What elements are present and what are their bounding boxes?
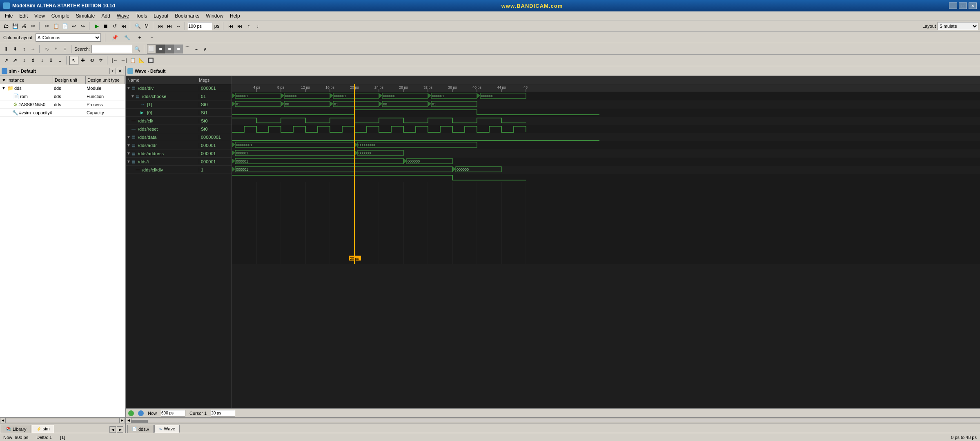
toolbar-btn-sim1[interactable]: 🔍 bbox=[133, 22, 142, 31]
wsig-btn-1[interactable]: ∿ bbox=[42, 45, 51, 53]
menu-help[interactable]: Help bbox=[227, 12, 243, 20]
cur-btn-4[interactable]: ⇕ bbox=[29, 56, 38, 65]
menu-tools[interactable]: Tools bbox=[132, 12, 150, 20]
signal-row-0[interactable]: ▶ [0] St1 bbox=[126, 109, 232, 117]
toolbar-btn-restart[interactable]: ↺ bbox=[110, 22, 119, 31]
toolbar-btn-run[interactable]: ▶ bbox=[92, 22, 101, 31]
minimize-button[interactable]: ─ bbox=[949, 2, 957, 9]
tab-sim[interactable]: ⚡ sim bbox=[32, 425, 54, 433]
zoom-btn-1[interactable]: ⬆ bbox=[2, 45, 11, 53]
col-design[interactable]: Design unit bbox=[53, 76, 86, 84]
toolbar-btn-1[interactable]: 🗁 bbox=[2, 22, 11, 31]
signal-row-address[interactable]: ▼ ▤ /dds/address 000001 bbox=[126, 149, 232, 158]
tab-wave[interactable]: ∿ Wave bbox=[154, 425, 180, 433]
sig-expand-choose[interactable]: ▼ bbox=[130, 94, 136, 98]
toolbar-btn-paste[interactable]: 📄 bbox=[60, 22, 69, 31]
menu-edit[interactable]: Edit bbox=[16, 12, 31, 20]
tree-row-assign[interactable]: ⚙ #ASSIGN#50 dds Process bbox=[0, 100, 125, 109]
menu-view[interactable]: View bbox=[31, 12, 48, 20]
sig-expand-div[interactable]: ▼ bbox=[126, 86, 131, 90]
toolbar-btn-copy[interactable]: 📋 bbox=[51, 22, 60, 31]
toolbar-btn-time-unit[interactable]: ps bbox=[212, 22, 221, 31]
cur-btn-3[interactable]: ↕ bbox=[20, 56, 29, 65]
menu-wave[interactable]: Wave bbox=[114, 12, 132, 20]
shape-btn-1[interactable]: ⬜ bbox=[147, 45, 156, 53]
sim-resize-right[interactable]: ▶ bbox=[117, 426, 123, 433]
snap-btn-5[interactable]: 🔲 bbox=[146, 56, 155, 65]
tree-expand-assign[interactable] bbox=[7, 102, 12, 107]
sim-resize-left[interactable]: ◀ bbox=[109, 426, 116, 433]
tree-row-rom[interactable]: 📄 rom dds Function bbox=[0, 92, 125, 100]
wsig-btn-3[interactable]: ≡ bbox=[60, 45, 69, 53]
close-button[interactable]: ✕ bbox=[969, 2, 977, 9]
toolbar-btn-step[interactable]: ⏭ bbox=[119, 22, 128, 31]
toolbar-btn-redo[interactable]: ↪ bbox=[78, 22, 87, 31]
tree-expand-rom[interactable] bbox=[7, 94, 12, 99]
signal-row-data[interactable]: ▼ ▤ /dds/data 00000001 bbox=[126, 133, 232, 141]
signal-row-clkdiv[interactable]: — /dds/clkdiv 1 bbox=[126, 166, 232, 174]
toolbar-btn-nav4[interactable]: ↓ bbox=[253, 22, 262, 31]
col-btn-1[interactable]: 📌 bbox=[111, 33, 120, 42]
cur-mode-4[interactable]: ✡ bbox=[96, 56, 105, 65]
signal-row-choose[interactable]: ▼ ▤ /dds/choose 01 bbox=[126, 92, 232, 100]
menu-simulate[interactable]: Simulate bbox=[73, 12, 98, 20]
sig-expand-i[interactable]: ▼ bbox=[126, 159, 131, 164]
signal-row-clk[interactable]: — /dds/clk St0 bbox=[126, 117, 232, 125]
tree-expand-dds[interactable]: ▼ bbox=[2, 86, 7, 91]
snap-btn-4[interactable]: 📐 bbox=[137, 56, 146, 65]
toolbar-btn-4[interactable]: ✂ bbox=[29, 22, 38, 31]
toolbar-btn-2[interactable]: 💾 bbox=[11, 22, 20, 31]
col-btn-3[interactable]: + bbox=[135, 33, 144, 42]
snap-btn-3[interactable]: 📋 bbox=[128, 56, 137, 65]
toolbar-btn-3[interactable]: 🖨 bbox=[20, 22, 29, 31]
toolbar-btn-wave3[interactable]: ↔ bbox=[174, 22, 183, 31]
shape-btn-3[interactable]: ■ bbox=[165, 45, 174, 53]
tree-row-dds[interactable]: ▼ 📁 dds dds Module bbox=[0, 84, 125, 92]
signal-row-addr[interactable]: ▼ ▤ /dds/addr 000001 bbox=[126, 141, 232, 149]
sig-expand-address[interactable]: ▼ bbox=[126, 151, 131, 156]
shape-btn-7[interactable]: ∧ bbox=[201, 45, 210, 53]
time-input[interactable] bbox=[188, 22, 212, 30]
cur-btn-7[interactable]: ⌄ bbox=[56, 56, 65, 65]
sig-expand-data[interactable]: ▼ bbox=[126, 135, 131, 139]
cur-mode-2[interactable]: ✚ bbox=[78, 56, 87, 65]
toolbar-btn-undo[interactable]: ↩ bbox=[69, 22, 78, 31]
toolbar-btn-nav3[interactable]: ↑ bbox=[244, 22, 253, 31]
cur-btn-5[interactable]: ↓ bbox=[38, 56, 47, 65]
col-type[interactable]: Design unit type bbox=[86, 76, 125, 84]
zoom-btn-2[interactable]: ⬇ bbox=[11, 45, 20, 53]
shape-btn-2[interactable]: ■ bbox=[156, 45, 165, 53]
sig-expand-addr[interactable]: ▼ bbox=[126, 143, 131, 147]
search-input[interactable] bbox=[91, 45, 132, 53]
wave-scroll-left-btn[interactable]: ◀ bbox=[126, 418, 131, 423]
wave-now-input[interactable] bbox=[161, 410, 185, 416]
shape-btn-5[interactable]: ⌒ bbox=[183, 45, 192, 53]
tab-dds-v[interactable]: 📄 dds.v bbox=[127, 425, 154, 433]
cur-btn-1[interactable]: ↗ bbox=[2, 56, 11, 65]
signal-row-div[interactable]: ▼ ▤ /dds/div 000001 bbox=[126, 84, 232, 92]
toolbar-btn-nav2[interactable]: ⏭ bbox=[235, 22, 244, 31]
signal-row-1[interactable]: → [1] St0 bbox=[126, 100, 232, 109]
tab-library[interactable]: 📚 Library bbox=[2, 425, 31, 433]
col-instance[interactable]: ▼ Instance bbox=[0, 76, 53, 84]
wave-scroll-track[interactable] bbox=[131, 419, 980, 422]
zoom-btn-4[interactable]: ↔ bbox=[29, 45, 38, 53]
menu-add[interactable]: Add bbox=[98, 12, 114, 20]
search-btn[interactable]: 🔍 bbox=[133, 45, 142, 53]
tree-expand-vsim[interactable] bbox=[7, 110, 11, 115]
sim-panel-close-btn[interactable]: ✕ bbox=[117, 68, 123, 74]
zoom-btn-3[interactable]: ↕ bbox=[20, 45, 29, 53]
cur-btn-2[interactable]: ⇗ bbox=[11, 56, 20, 65]
wave-svg-container[interactable]: 4 ps 8 ps 12 ps 16 ps 20 ps 24 ps bbox=[232, 84, 980, 408]
sim-panel-expand-btn[interactable]: + bbox=[109, 68, 116, 74]
menu-bookmarks[interactable]: Bookmarks bbox=[172, 12, 203, 20]
cur-mode-3[interactable]: ⟲ bbox=[87, 56, 96, 65]
toolbar-btn-wave1[interactable]: ⏮ bbox=[156, 22, 165, 31]
menu-window[interactable]: Window bbox=[203, 12, 227, 20]
menu-layout[interactable]: Layout bbox=[150, 12, 172, 20]
toolbar-btn-cut[interactable]: ✂ bbox=[42, 22, 51, 31]
sim-scroll-right[interactable]: ▶ bbox=[119, 418, 125, 423]
signal-row-i[interactable]: ▼ ▤ /dds/i 000001 bbox=[126, 158, 232, 166]
wsig-btn-2[interactable]: + bbox=[51, 45, 60, 53]
toolbar-btn-wave2[interactable]: ⏭ bbox=[165, 22, 174, 31]
